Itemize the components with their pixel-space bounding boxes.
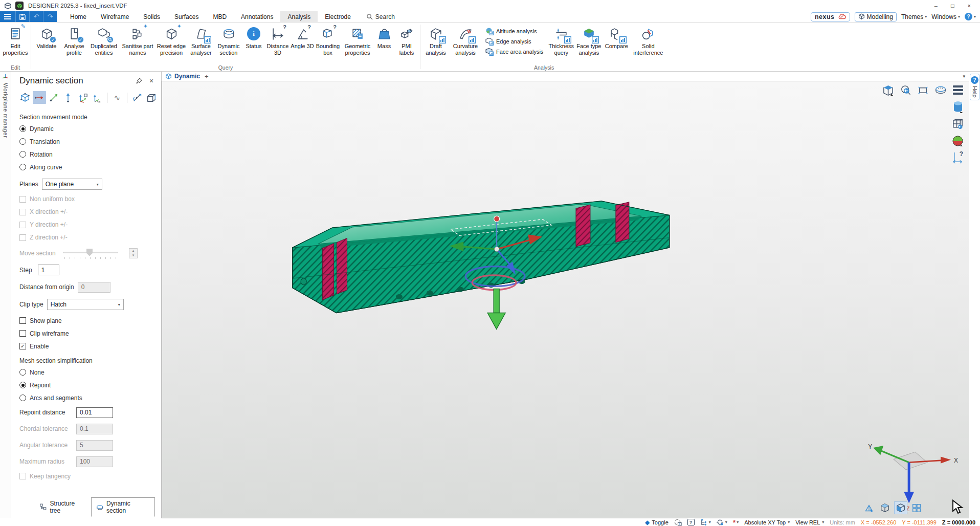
zoom-previous-icon[interactable] <box>899 84 912 96</box>
ribbon-face-area-analysis[interactable]: Face area analysis <box>485 48 543 56</box>
tab-electrode[interactable]: Electrode <box>318 11 358 22</box>
check-show-plane[interactable]: Show plane <box>19 317 155 324</box>
app-menu-button[interactable] <box>0 11 15 22</box>
iso-cube-button[interactable] <box>878 501 892 514</box>
move-x-tool[interactable] <box>33 91 46 104</box>
viewport-tab-dynamic[interactable]: Dynamic <box>165 73 200 80</box>
iso-view-icon[interactable] <box>882 84 895 96</box>
four-views-button[interactable] <box>910 501 923 514</box>
new-view-button[interactable]: + <box>205 73 209 80</box>
dynamic-section-view-icon[interactable] <box>934 84 947 96</box>
snap-settings-icon[interactable]: * ▾ <box>733 520 739 525</box>
repoint-distance-input[interactable]: 0.01 <box>76 407 113 418</box>
box-section-tool[interactable] <box>145 91 158 104</box>
step-input[interactable]: 1 <box>38 265 59 275</box>
tab-mbd[interactable]: MBD <box>206 11 234 22</box>
planes-select[interactable]: One plane▾ <box>42 179 102 190</box>
check-enable[interactable]: ✓Enable <box>19 343 155 350</box>
save-button[interactable] <box>15 11 29 22</box>
check-y-direction[interactable]: Y direction +/- <box>19 221 155 228</box>
distance-from-origin-input[interactable]: 0 <box>78 282 110 293</box>
render-style-icon[interactable] <box>951 135 964 147</box>
ribbon-curvature-analysis[interactable]: Curvature analysis <box>450 24 481 56</box>
minimize-button[interactable]: – <box>934 3 938 9</box>
viewport-menu-icon[interactable] <box>951 84 964 96</box>
windows-menu[interactable]: Windows ▾ <box>931 13 960 20</box>
close-button[interactable]: × <box>968 3 971 9</box>
toggle-control[interactable]: ◆ Toggle <box>645 519 669 526</box>
modelling-button[interactable]: Modelling <box>855 12 897 21</box>
tab-annotations[interactable]: Annotations <box>234 11 280 22</box>
tab-home[interactable]: Home <box>63 11 94 22</box>
section-box-tool[interactable] <box>18 91 32 104</box>
nexus-badge[interactable]: nexus <box>811 12 850 21</box>
radio-arcs-segments[interactable]: Arcs and segments <box>19 394 155 402</box>
tab-dynamic-section[interactable]: Dynamic section <box>91 497 155 517</box>
maximum-radius-input[interactable]: 100 <box>76 456 113 467</box>
ribbon-angle-3d[interactable]: ? Angle 3D <box>291 24 314 50</box>
ribbon-edge-analysis[interactable]: Edge analysis <box>485 37 543 46</box>
ribbon-draft-analysis[interactable]: Draft analysis <box>422 24 450 56</box>
themes-menu[interactable]: Themes ▾ <box>901 13 927 20</box>
angular-tolerance-input[interactable]: 5 <box>76 440 113 451</box>
view-list-dropdown-icon[interactable]: ▾ <box>963 74 969 79</box>
move-diagonal-tool[interactable] <box>47 91 60 104</box>
ribbon-analyse-profile[interactable]: ✓ Analyse profile <box>60 24 88 56</box>
ribbon-surface-analyser[interactable]: Surface analyser <box>187 24 215 56</box>
move-section-spinner[interactable]: ▲▼ <box>129 248 138 258</box>
ribbon-sanitise-part-names[interactable]: ✦ Sanitise part names <box>120 24 155 56</box>
radio-translation[interactable]: Translation <box>19 138 155 145</box>
ribbon-reset-edge-precision[interactable]: ✦ Reset edge precision <box>155 24 187 56</box>
section-view-button[interactable] <box>894 501 907 514</box>
ribbon-altitude-analysis[interactable]: Altitude analysis <box>485 27 543 35</box>
radio-along-curve[interactable]: Along curve <box>19 164 155 171</box>
maximize-button[interactable]: □ <box>951 3 954 9</box>
rotate-section-tool[interactable] <box>130 91 144 104</box>
ribbon-mass[interactable]: Mass <box>373 24 395 50</box>
positioning-icon[interactable]: ▾ <box>717 519 727 526</box>
radio-repoint[interactable]: Repoint <box>19 382 155 389</box>
select-filter-icon[interactable] <box>674 519 682 526</box>
tab-analysis[interactable]: Analysis <box>280 11 318 22</box>
viewport-canvas[interactable]: Y X Z <box>162 81 969 518</box>
move-vertical-tool[interactable] <box>61 91 75 104</box>
zoom-extents-icon[interactable] <box>917 84 929 96</box>
tab-surfaces[interactable]: Surfaces <box>167 11 206 22</box>
undo-button[interactable]: ↶ <box>29 11 43 22</box>
plane-axes-tool[interactable] <box>76 91 90 104</box>
check-z-direction[interactable]: Z direction +/- <box>19 234 155 241</box>
workplane-edit-button[interactable] <box>862 501 876 514</box>
ribbon-pmi-labels[interactable]: PMI labels <box>395 24 418 56</box>
tab-solids[interactable]: Solids <box>136 11 167 22</box>
close-icon[interactable]: × <box>147 76 156 85</box>
radio-rotation[interactable]: Rotation <box>19 151 155 158</box>
clip-type-select[interactable]: Hatch▾ <box>47 299 124 310</box>
view-mode-select[interactable]: View REL▾ <box>795 519 824 525</box>
tree-filter-icon[interactable]: ▾ <box>700 519 711 526</box>
search-control[interactable]: Search <box>366 11 395 22</box>
model-part[interactable] <box>293 201 670 313</box>
multi-viewport-icon[interactable] <box>951 118 964 130</box>
workplane-glyph-icon[interactable] <box>4 2 12 10</box>
ribbon-validate[interactable]: ✓ Validate <box>33 24 60 50</box>
move-section-slider[interactable] <box>63 248 118 258</box>
chordal-tolerance-input[interactable]: 0.1 <box>76 424 113 434</box>
help-menu[interactable]: ? ▾ <box>965 13 976 20</box>
ribbon-dynamic-section[interactable]: Dynamic section <box>215 24 242 56</box>
axes-dashed-tool[interactable] <box>91 91 104 104</box>
query-help-icon[interactable]: ? <box>687 519 695 525</box>
ribbon-geometric-properties[interactable]: Geometric properties <box>342 24 373 56</box>
workplane-mode-select[interactable]: Absolute XY Top▾ <box>744 519 790 525</box>
tab-structure-tree[interactable]: Structure tree <box>35 497 91 517</box>
workplane-manager-strip[interactable]: Workplane manager <box>0 72 11 518</box>
along-curve-tool[interactable]: ∿ <box>110 91 124 104</box>
pin-icon[interactable] <box>135 76 144 85</box>
measure-query-icon[interactable]: ? <box>951 151 964 164</box>
check-non-uniform-box[interactable]: Non uniform box <box>19 195 155 203</box>
help-tab[interactable]: ? Help <box>970 74 979 100</box>
radio-none[interactable]: None <box>19 369 155 376</box>
check-keep-tangency[interactable]: Keep tangency <box>19 473 155 480</box>
redo-button[interactable]: ↷ <box>43 11 57 22</box>
radio-dynamic[interactable]: Dynamic <box>19 125 155 133</box>
check-clip-wireframe[interactable]: Clip wireframe <box>19 330 155 337</box>
